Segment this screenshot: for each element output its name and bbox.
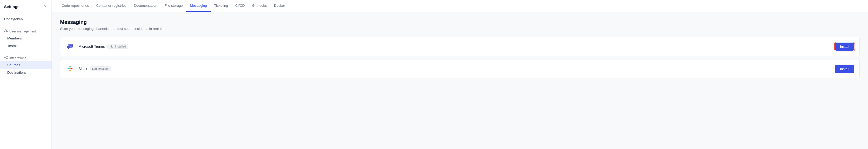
tabs-bar: Code repositories Container registries D…: [52, 0, 868, 12]
user-management-label: User management: [9, 30, 36, 33]
section-description: Scan your messaging channels to detect s…: [60, 27, 860, 31]
svg-rect-18: [70, 67, 70, 68]
microsoft-teams-logo: [65, 42, 75, 51]
sidebar-section-user-management: User management Members Teams: [0, 25, 52, 52]
tab-container-registries[interactable]: Container registries: [93, 0, 130, 12]
user-management-icon: [4, 29, 8, 33]
integrations-label: Integrations: [9, 56, 26, 60]
sidebar-item-honeytoken[interactable]: Honeytoken: [0, 15, 52, 23]
tab-ticketing[interactable]: Ticketing: [211, 0, 232, 12]
svg-rect-15: [69, 70, 71, 71]
tab-messaging[interactable]: Messaging: [186, 0, 210, 12]
section-title: Messaging: [60, 19, 860, 25]
sidebar-section-integrations: Integrations Sources Destinations: [0, 52, 52, 78]
svg-rect-14: [71, 68, 72, 69]
svg-point-4: [7, 58, 8, 59]
integration-card-microsoft-teams: Microsoft Teams Not installed Install: [60, 37, 860, 56]
tab-ci-cd[interactable]: CI/CD: [231, 0, 248, 12]
sidebar-header: Settings ×: [0, 0, 52, 13]
tab-docker[interactable]: Docker: [271, 0, 289, 12]
sidebar-item-members[interactable]: Members: [0, 34, 52, 42]
sidebar-item-destinations[interactable]: Destinations: [0, 69, 52, 76]
microsoft-teams-name: Microsoft Teams: [79, 44, 105, 49]
svg-point-1: [6, 30, 7, 31]
sidebar-section-main: Honeytoken: [0, 13, 52, 25]
content-area: Messaging Scan your messaging channels t…: [52, 12, 868, 149]
integrations-icon: [4, 56, 8, 60]
sidebar-title: Settings: [4, 4, 20, 9]
close-button[interactable]: ×: [43, 4, 48, 9]
svg-point-0: [5, 30, 6, 31]
tab-git-hooks[interactable]: Git hooks: [248, 0, 271, 12]
slack-logo: [65, 64, 75, 73]
svg-rect-16: [69, 69, 69, 69]
svg-rect-9: [67, 46, 70, 48]
svg-rect-10: [68, 48, 69, 49]
tab-documentation[interactable]: Documentation: [130, 0, 161, 12]
close-icon: ×: [44, 4, 46, 9]
svg-point-3: [7, 56, 8, 57]
sidebar-item-sources[interactable]: Sources: [0, 61, 52, 69]
slack-status: Not installed: [90, 67, 111, 71]
svg-point-6: [70, 44, 72, 45]
tab-file-storage[interactable]: File storage: [161, 0, 187, 12]
slack-install-button[interactable]: Install: [835, 65, 854, 73]
integration-card-slack: Slack Not installed Install: [60, 59, 860, 78]
tab-code-repositories[interactable]: Code repositories: [58, 0, 93, 12]
sidebar-group-integrations: Integrations: [0, 54, 52, 61]
sidebar-group-user-management: User management: [0, 27, 52, 34]
microsoft-teams-status: Not installed: [107, 44, 128, 49]
slack-name: Slack: [79, 67, 87, 71]
microsoft-teams-install-button[interactable]: Install: [835, 43, 854, 51]
sidebar: Settings × Honeytoken User management Me…: [0, 0, 52, 149]
sidebar-item-teams[interactable]: Teams: [0, 42, 52, 50]
main-content: Code repositories Container registries D…: [52, 0, 868, 149]
svg-rect-17: [70, 69, 71, 69]
svg-point-8: [68, 44, 70, 46]
svg-rect-19: [70, 69, 70, 70]
